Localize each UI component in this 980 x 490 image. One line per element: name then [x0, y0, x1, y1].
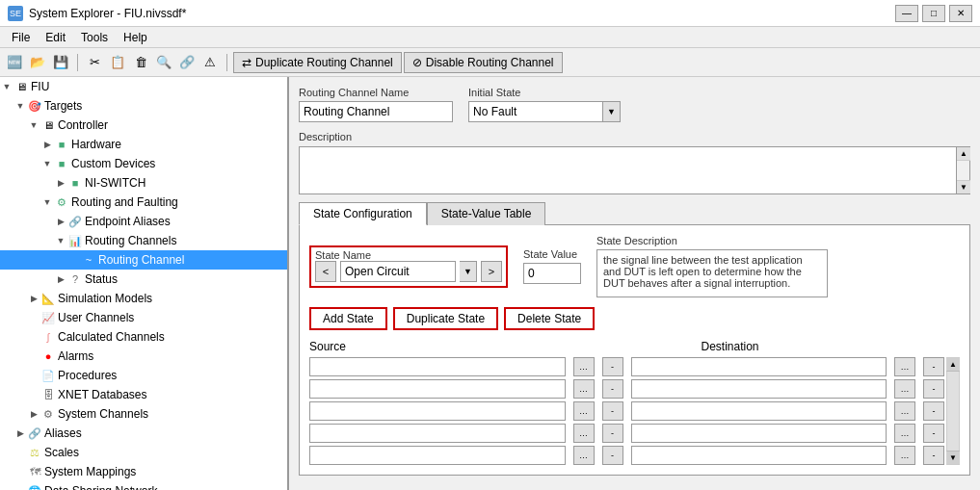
dest-minus-1[interactable]: -	[923, 357, 944, 376]
source-minus-4[interactable]: -	[602, 424, 623, 443]
tree-item-scales[interactable]: ⚖ Scales	[0, 443, 287, 462]
tree-item-fiu[interactable]: ▼ 🖥 FIU	[0, 77, 287, 96]
source-minus-1[interactable]: -	[602, 357, 623, 376]
disable-routing-channel-button[interactable]: ⊘ Disable Routing Channel	[404, 52, 563, 73]
tree-item-aliases[interactable]: ▶ 🔗 Aliases	[0, 424, 287, 443]
source-dest-scrollbar[interactable]: ▲ ▼	[946, 357, 960, 465]
tree-item-routing-channel[interactable]: ~ Routing Channel	[0, 250, 287, 270]
state-name-input[interactable]	[340, 261, 456, 282]
dest-input-3[interactable]	[631, 401, 887, 421]
tree-item-ni-switch[interactable]: ▶ ■ NI-SWITCH	[0, 173, 287, 193]
description-textarea[interactable]	[299, 146, 957, 194]
menu-tools[interactable]: Tools	[73, 29, 116, 46]
expand-routing-channels[interactable]: ▼	[54, 234, 67, 247]
duplicate-state-button[interactable]: Duplicate State	[393, 307, 498, 330]
menu-file[interactable]: File	[4, 29, 38, 46]
tree-item-controller[interactable]: ▼ 🖥 Controller	[0, 116, 287, 135]
tree-item-data-sharing-network[interactable]: 🌐 Data Sharing Network	[0, 481, 287, 490]
toolbar-warning[interactable]: ⚠	[199, 52, 221, 73]
delete-state-button[interactable]: Delete State	[504, 307, 595, 330]
tree-item-calculated-channels[interactable]: ∫ Calculated Channels	[0, 327, 287, 347]
toolbar-copy[interactable]: 📋	[107, 52, 128, 73]
desc-scroll-down[interactable]: ▼	[957, 180, 970, 193]
toolbar-find[interactable]: 🔍	[153, 52, 174, 73]
state-value-input[interactable]	[523, 263, 581, 284]
expand-aliases[interactable]: ▶	[13, 426, 27, 440]
expand-controller[interactable]: ▼	[27, 118, 40, 132]
state-prev-button[interactable]: <	[315, 261, 336, 282]
sd-scroll-down[interactable]: ▼	[946, 451, 960, 464]
source-btn-4[interactable]: …	[573, 424, 595, 443]
tree-item-routing-faulting[interactable]: ▼ ⚙ Routing and Faulting	[0, 193, 287, 212]
dest-input-4[interactable]	[631, 424, 887, 443]
initial-state-dropdown[interactable]: ▼	[603, 101, 621, 122]
minimize-button[interactable]: —	[895, 5, 918, 22]
tree-item-targets[interactable]: ▼ 🎯 Targets	[0, 96, 287, 116]
source-input-1[interactable]	[309, 357, 566, 376]
tree-item-endpoint-aliases[interactable]: ▶ 🔗 Endpoint Aliases	[0, 212, 287, 231]
expand-status[interactable]: ▶	[54, 272, 67, 286]
source-minus-3[interactable]: -	[602, 401, 623, 421]
toolbar-save[interactable]: 💾	[50, 52, 71, 73]
expand-custom-devices[interactable]: ▼	[40, 157, 54, 170]
source-btn-3[interactable]: …	[573, 401, 595, 421]
source-btn-2[interactable]: …	[573, 379, 595, 399]
channel-name-input[interactable]	[299, 101, 453, 122]
source-btn-5[interactable]: …	[573, 446, 595, 465]
dest-btn-2[interactable]: …	[894, 379, 915, 399]
dest-input-5[interactable]	[631, 446, 887, 465]
menu-help[interactable]: Help	[116, 29, 155, 46]
close-button[interactable]: ✕	[949, 5, 972, 22]
tree-item-routing-channels[interactable]: ▼ 📊 Routing Channels	[0, 231, 287, 250]
sd-scroll-up[interactable]: ▲	[946, 358, 960, 372]
add-state-button[interactable]: Add State	[309, 307, 387, 330]
tree-item-procedures[interactable]: 📄 Procedures	[0, 366, 287, 385]
tree-item-custom-devices[interactable]: ▼ ■ Custom Devices	[0, 154, 287, 173]
tree-item-system-channels[interactable]: ▶ ⚙ System Channels	[0, 404, 287, 424]
tree-item-simulation-models[interactable]: ▶ 📐 Simulation Models	[0, 289, 287, 308]
source-input-4[interactable]	[309, 424, 566, 443]
expand-endpoint-aliases[interactable]: ▶	[54, 215, 67, 228]
initial-state-input[interactable]	[468, 101, 603, 122]
tree-item-alarms[interactable]: ● Alarms	[0, 347, 287, 366]
source-btn-1[interactable]: …	[573, 357, 595, 376]
tree-item-hardware[interactable]: ▶ ■ Hardware	[0, 135, 287, 154]
expand-system-channels[interactable]: ▶	[27, 407, 40, 421]
expand-fiu[interactable]: ▼	[0, 80, 13, 93]
tab-state-value-table[interactable]: State-Value Table	[427, 202, 546, 225]
dest-btn-3[interactable]: …	[894, 401, 915, 421]
desc-scroll-up[interactable]: ▲	[957, 147, 970, 161]
source-minus-5[interactable]: -	[602, 446, 623, 465]
toolbar-new[interactable]: 🆕	[4, 52, 25, 73]
tree-item-system-mappings[interactable]: 🗺 System Mappings	[0, 462, 287, 481]
toolbar-network[interactable]: 🔗	[176, 52, 198, 73]
dest-minus-3[interactable]: -	[923, 401, 944, 421]
duplicate-routing-channel-button[interactable]: ⇄ Duplicate Routing Channel	[233, 52, 402, 73]
dest-input-2[interactable]	[631, 379, 887, 399]
menu-edit[interactable]: Edit	[38, 29, 73, 46]
dest-input-1[interactable]	[631, 357, 887, 376]
expand-ni-switch[interactable]: ▶	[54, 176, 67, 190]
dest-minus-4[interactable]: -	[923, 424, 944, 443]
dest-btn-5[interactable]: …	[894, 446, 915, 465]
source-minus-2[interactable]: -	[602, 379, 623, 399]
tree-item-status[interactable]: ▶ ? Status	[0, 270, 287, 289]
dest-minus-5[interactable]: -	[923, 446, 944, 465]
expand-targets[interactable]: ▼	[13, 99, 27, 113]
source-input-5[interactable]	[309, 446, 566, 465]
dest-btn-1[interactable]: …	[894, 357, 915, 376]
source-input-3[interactable]	[309, 401, 566, 421]
dest-minus-2[interactable]: -	[923, 379, 944, 399]
dest-btn-4[interactable]: …	[894, 424, 915, 443]
maximize-button[interactable]: □	[922, 5, 945, 22]
tree-item-user-channels[interactable]: 📈 User Channels	[0, 308, 287, 327]
tab-state-configuration[interactable]: State Configuration	[299, 202, 427, 225]
expand-hardware[interactable]: ▶	[40, 138, 54, 151]
tree-item-xnet-databases[interactable]: 🗄 XNET Databases	[0, 385, 287, 404]
toolbar-delete[interactable]: 🗑	[130, 52, 151, 73]
expand-routing-faulting[interactable]: ▼	[40, 195, 54, 209]
state-name-dropdown[interactable]: ▼	[460, 261, 477, 282]
source-input-2[interactable]	[309, 379, 566, 399]
state-next-button[interactable]: >	[481, 261, 502, 282]
toolbar-cut[interactable]: ✂	[84, 52, 105, 73]
